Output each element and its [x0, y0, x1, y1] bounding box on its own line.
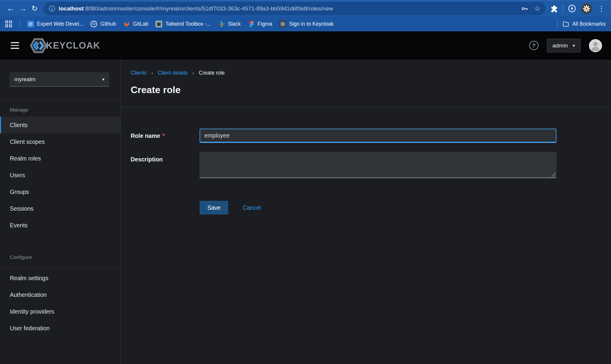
sidebar-item-clients[interactable]: Clients: [0, 117, 121, 133]
page-header: Clients › Client details › Create role C…: [121, 60, 611, 107]
keycloak-favicon: [279, 21, 286, 27]
sidebar-divider: [0, 100, 121, 100]
gitlab-favicon: [123, 21, 130, 27]
back-icon[interactable]: ←: [5, 3, 17, 15]
bookmark-gitlab[interactable]: GitLab: [123, 21, 149, 27]
sidebar-item-users[interactable]: Users: [0, 167, 121, 183]
username-label: admin: [553, 42, 568, 49]
main-content: Clients › Client details › Create role C…: [121, 60, 611, 364]
bookmark-slack[interactable]: Slack: [218, 21, 241, 27]
breadcrumb-chevron-icon: ›: [192, 70, 194, 76]
all-bookmarks-button[interactable]: All Bookmarks: [562, 21, 606, 27]
user-menu-caret-icon: ▾: [573, 43, 575, 48]
sidebar-item-realm-roles[interactable]: Realm roles: [0, 150, 121, 167]
nav-toggle-icon[interactable]: [11, 42, 19, 49]
expert-web-favicon: [/]: [27, 21, 34, 27]
sidebar-item-identity-providers[interactable]: Identity providers: [0, 303, 121, 320]
toolbar-separator: [563, 5, 563, 13]
sidebar-divider-2: [0, 267, 121, 267]
sidebar-item-sessions[interactable]: Sessions: [0, 200, 121, 217]
breadcrumb: Clients › Client details › Create role: [131, 70, 556, 76]
user-avatar[interactable]: [589, 39, 602, 52]
figma-favicon: [248, 21, 255, 27]
apps-grid-icon[interactable]: [5, 21, 12, 27]
password-key-icon[interactable]: [521, 5, 529, 13]
description-label: Description: [131, 152, 200, 178]
bookmarks-bar: [/] Expert Web Devel... GIthub GitLab: [0, 16, 611, 31]
breadcrumb-current: Create role: [199, 70, 225, 76]
browser-profile-avatar[interactable]: [581, 3, 592, 14]
browser-toolbar: ← → ↻ ⓘ localhost:8080/admin/master/cons…: [0, 0, 611, 16]
breadcrumb-chevron-icon: ›: [152, 70, 153, 76]
sidebar-item-user-federation[interactable]: User federation: [0, 320, 121, 337]
bookmark-tailwind-toolbox[interactable]: ▣ Tailwind Toolbox -...: [155, 21, 211, 27]
sidebar: myrealm ▾ Manage Clients Client scopes R…: [0, 60, 121, 364]
help-icon[interactable]: ?: [529, 41, 539, 50]
create-role-form: Role name * Description: [121, 107, 611, 215]
bookmark-expert-web[interactable]: [/] Expert Web Devel...: [27, 21, 83, 27]
sidebar-item-groups[interactable]: Groups: [0, 183, 121, 200]
extension-lightning-icon[interactable]: [568, 4, 576, 13]
save-button[interactable]: Save: [200, 201, 228, 215]
browser-menu-icon[interactable]: ⋮: [597, 4, 606, 13]
realm-caret-icon: ▾: [102, 77, 104, 82]
breadcrumb-client-details-link[interactable]: Client details: [158, 70, 188, 76]
extensions-puzzle-icon[interactable]: [550, 4, 558, 13]
realm-selector[interactable]: myrealm ▾: [10, 72, 109, 87]
site-info-icon[interactable]: ⓘ: [49, 4, 55, 13]
tailwind-toolbox-favicon: ▣: [155, 21, 162, 27]
role-name-label: Role name *: [131, 129, 200, 143]
url-host: localhost: [59, 5, 84, 12]
bookmarks-separator: [20, 20, 20, 28]
bookmark-figma[interactable]: Figma: [248, 21, 272, 27]
keycloak-logo[interactable]: KEYCLOAK: [29, 37, 100, 54]
keycloak-masthead: KEYCLOAK ? admin ▾: [0, 31, 611, 60]
reload-icon[interactable]: ↻: [29, 3, 41, 15]
page-title: Create role: [131, 84, 556, 95]
brand-wordmark: KEYCLOAK: [46, 40, 100, 51]
section-label-manage: Manage: [10, 107, 121, 113]
all-bookmarks-separator: [557, 20, 558, 28]
section-label-configure: Configure: [10, 255, 121, 260]
user-menu-dropdown[interactable]: admin ▾: [547, 39, 581, 53]
slack-favicon: [218, 21, 225, 27]
sidebar-item-events[interactable]: Events: [0, 217, 121, 234]
required-indicator: *: [163, 133, 165, 139]
bookmark-star-icon[interactable]: ☆: [534, 4, 540, 13]
role-name-input[interactable]: [200, 129, 556, 143]
address-bar[interactable]: ⓘ localhost:8080/admin/master/console/#/…: [44, 2, 546, 15]
bookmark-keycloak[interactable]: Sign in to Keycloak: [279, 21, 334, 27]
description-input[interactable]: [200, 152, 556, 178]
github-favicon: [90, 21, 97, 27]
url-path: :8080/admin/master/console/#/myrealm/cli…: [84, 5, 333, 12]
sidebar-item-client-scopes[interactable]: Client scopes: [0, 133, 121, 150]
sidebar-item-realm-settings[interactable]: Realm settings: [0, 270, 121, 286]
url-text: localhost:8080/admin/master/console/#/my…: [59, 5, 517, 12]
screen: ← → ↻ ⓘ localhost:8080/admin/master/cons…: [0, 0, 611, 364]
cancel-link[interactable]: Cancel: [243, 204, 261, 211]
breadcrumb-clients-link[interactable]: Clients: [131, 70, 147, 76]
forward-icon[interactable]: →: [17, 3, 29, 15]
resize-grip-icon[interactable]: [551, 172, 556, 177]
bookmark-github[interactable]: GIthub: [90, 21, 116, 27]
keycloak-logo-icon: [29, 37, 48, 54]
sidebar-item-authentication[interactable]: Authentication: [0, 286, 121, 303]
realm-name: myrealm: [14, 76, 36, 83]
folder-icon: [562, 21, 569, 27]
